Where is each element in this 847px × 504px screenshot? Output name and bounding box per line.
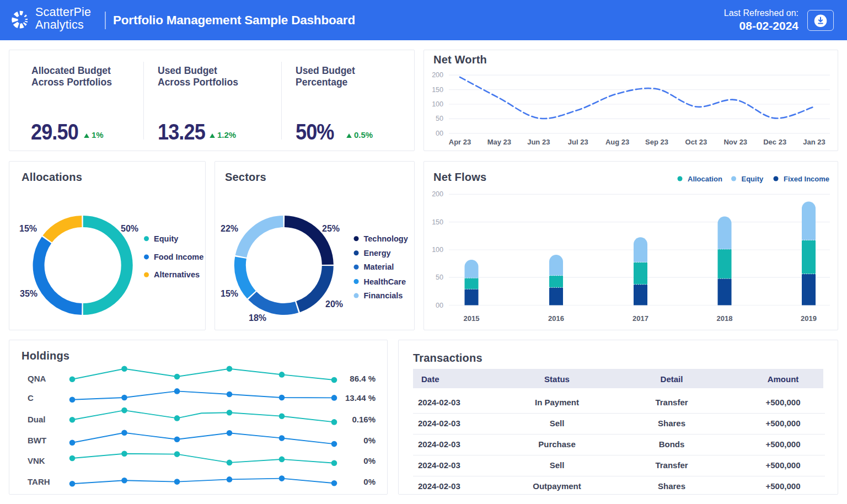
svg-text:13.44 %: 13.44 % <box>345 393 376 403</box>
svg-text:0%: 0% <box>363 456 376 465</box>
svg-text:0%: 0% <box>363 436 376 445</box>
svg-text:0.16%: 0.16% <box>352 415 376 424</box>
svg-text:86.4 %: 86.4 % <box>350 374 376 383</box>
svg-text:TARH: TARH <box>28 477 50 486</box>
svg-text:BWT: BWT <box>28 436 46 445</box>
svg-text:Dual: Dual <box>28 415 46 424</box>
svg-text:VNK: VNK <box>28 456 45 465</box>
svg-text:0%: 0% <box>363 477 376 486</box>
svg-text:C: C <box>28 393 34 403</box>
svg-text:QNA: QNA <box>28 374 46 383</box>
